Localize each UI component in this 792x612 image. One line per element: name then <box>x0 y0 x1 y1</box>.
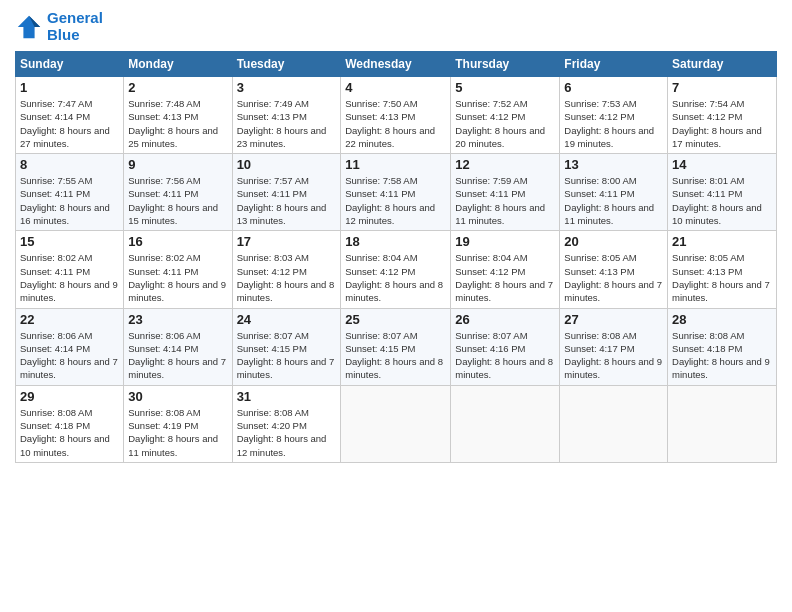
daylight-label: Daylight: 8 hours and 11 minutes. <box>564 202 654 226</box>
calendar-day-cell: 18 Sunrise: 8:04 AM Sunset: 4:12 PM Dayl… <box>341 231 451 308</box>
day-info: Sunrise: 7:58 AM Sunset: 4:11 PM Dayligh… <box>345 174 446 227</box>
sunset-label: Sunset: 4:11 PM <box>345 188 415 199</box>
calendar-body: 1 Sunrise: 7:47 AM Sunset: 4:14 PM Dayli… <box>16 77 777 463</box>
sunset-label: Sunset: 4:16 PM <box>455 343 525 354</box>
day-number: 22 <box>20 312 119 327</box>
calendar-day-cell: 26 Sunrise: 8:07 AM Sunset: 4:16 PM Dayl… <box>451 308 560 385</box>
daylight-label: Daylight: 8 hours and 20 minutes. <box>455 125 545 149</box>
day-number: 18 <box>345 234 446 249</box>
sunrise-label: Sunrise: 7:54 AM <box>672 98 744 109</box>
weekday-header-cell: Saturday <box>668 52 777 77</box>
calendar-day-cell: 9 Sunrise: 7:56 AM Sunset: 4:11 PM Dayli… <box>124 154 232 231</box>
sunset-label: Sunset: 4:12 PM <box>672 111 742 122</box>
day-info: Sunrise: 7:47 AM Sunset: 4:14 PM Dayligh… <box>20 97 119 150</box>
sunset-label: Sunset: 4:12 PM <box>455 266 525 277</box>
calendar-day-cell: 4 Sunrise: 7:50 AM Sunset: 4:13 PM Dayli… <box>341 77 451 154</box>
day-number: 6 <box>564 80 663 95</box>
sunset-label: Sunset: 4:13 PM <box>564 266 634 277</box>
calendar-day-cell: 15 Sunrise: 8:02 AM Sunset: 4:11 PM Dayl… <box>16 231 124 308</box>
sunset-label: Sunset: 4:12 PM <box>455 111 525 122</box>
day-info: Sunrise: 8:02 AM Sunset: 4:11 PM Dayligh… <box>128 251 227 304</box>
calendar-day-cell: 30 Sunrise: 8:08 AM Sunset: 4:19 PM Dayl… <box>124 385 232 462</box>
day-info: Sunrise: 7:59 AM Sunset: 4:11 PM Dayligh… <box>455 174 555 227</box>
sunrise-label: Sunrise: 8:07 AM <box>455 330 527 341</box>
sunrise-label: Sunrise: 8:00 AM <box>564 175 636 186</box>
daylight-label: Daylight: 8 hours and 9 minutes. <box>20 279 118 303</box>
daylight-label: Daylight: 8 hours and 12 minutes. <box>237 433 327 457</box>
calendar-day-cell: 2 Sunrise: 7:48 AM Sunset: 4:13 PM Dayli… <box>124 77 232 154</box>
day-number: 19 <box>455 234 555 249</box>
sunset-label: Sunset: 4:14 PM <box>20 111 90 122</box>
day-number: 7 <box>672 80 772 95</box>
sunset-label: Sunset: 4:15 PM <box>345 343 415 354</box>
sunset-label: Sunset: 4:13 PM <box>345 111 415 122</box>
weekday-header-cell: Thursday <box>451 52 560 77</box>
sunrise-label: Sunrise: 8:02 AM <box>128 252 200 263</box>
sunset-label: Sunset: 4:12 PM <box>345 266 415 277</box>
sunrise-label: Sunrise: 7:49 AM <box>237 98 309 109</box>
day-info: Sunrise: 8:08 AM Sunset: 4:20 PM Dayligh… <box>237 406 337 459</box>
daylight-label: Daylight: 8 hours and 7 minutes. <box>455 279 553 303</box>
sunset-label: Sunset: 4:13 PM <box>128 111 198 122</box>
day-number: 13 <box>564 157 663 172</box>
calendar-day-cell: 11 Sunrise: 7:58 AM Sunset: 4:11 PM Dayl… <box>341 154 451 231</box>
sunrise-label: Sunrise: 7:48 AM <box>128 98 200 109</box>
weekday-header-row: SundayMondayTuesdayWednesdayThursdayFrid… <box>16 52 777 77</box>
day-info: Sunrise: 8:05 AM Sunset: 4:13 PM Dayligh… <box>564 251 663 304</box>
sunset-label: Sunset: 4:18 PM <box>20 420 90 431</box>
sunset-label: Sunset: 4:11 PM <box>128 188 198 199</box>
day-number: 20 <box>564 234 663 249</box>
day-info: Sunrise: 7:57 AM Sunset: 4:11 PM Dayligh… <box>237 174 337 227</box>
day-info: Sunrise: 8:05 AM Sunset: 4:13 PM Dayligh… <box>672 251 772 304</box>
day-info: Sunrise: 8:08 AM Sunset: 4:17 PM Dayligh… <box>564 329 663 382</box>
day-info: Sunrise: 8:06 AM Sunset: 4:14 PM Dayligh… <box>20 329 119 382</box>
sunset-label: Sunset: 4:12 PM <box>237 266 307 277</box>
calendar-day-cell: 23 Sunrise: 8:06 AM Sunset: 4:14 PM Dayl… <box>124 308 232 385</box>
day-info: Sunrise: 8:06 AM Sunset: 4:14 PM Dayligh… <box>128 329 227 382</box>
day-number: 4 <box>345 80 446 95</box>
day-number: 9 <box>128 157 227 172</box>
day-number: 8 <box>20 157 119 172</box>
sunset-label: Sunset: 4:11 PM <box>672 188 742 199</box>
daylight-label: Daylight: 8 hours and 10 minutes. <box>672 202 762 226</box>
sunrise-label: Sunrise: 8:08 AM <box>564 330 636 341</box>
daylight-label: Daylight: 8 hours and 7 minutes. <box>237 356 335 380</box>
daylight-label: Daylight: 8 hours and 8 minutes. <box>345 279 443 303</box>
sunrise-label: Sunrise: 8:04 AM <box>455 252 527 263</box>
weekday-header-cell: Tuesday <box>232 52 341 77</box>
day-info: Sunrise: 7:50 AM Sunset: 4:13 PM Dayligh… <box>345 97 446 150</box>
daylight-label: Daylight: 8 hours and 11 minutes. <box>128 433 218 457</box>
calendar-day-cell: 20 Sunrise: 8:05 AM Sunset: 4:13 PM Dayl… <box>560 231 668 308</box>
calendar-day-cell: 1 Sunrise: 7:47 AM Sunset: 4:14 PM Dayli… <box>16 77 124 154</box>
day-number: 30 <box>128 389 227 404</box>
day-number: 5 <box>455 80 555 95</box>
day-number: 1 <box>20 80 119 95</box>
logo: General Blue <box>15 10 103 43</box>
calendar-week-row: 8 Sunrise: 7:55 AM Sunset: 4:11 PM Dayli… <box>16 154 777 231</box>
calendar-day-cell: 29 Sunrise: 8:08 AM Sunset: 4:18 PM Dayl… <box>16 385 124 462</box>
sunset-label: Sunset: 4:11 PM <box>237 188 307 199</box>
calendar-day-cell: 13 Sunrise: 8:00 AM Sunset: 4:11 PM Dayl… <box>560 154 668 231</box>
daylight-label: Daylight: 8 hours and 13 minutes. <box>237 202 327 226</box>
calendar-day-cell: 10 Sunrise: 7:57 AM Sunset: 4:11 PM Dayl… <box>232 154 341 231</box>
sunrise-label: Sunrise: 7:56 AM <box>128 175 200 186</box>
sunrise-label: Sunrise: 8:07 AM <box>237 330 309 341</box>
day-info: Sunrise: 8:07 AM Sunset: 4:15 PM Dayligh… <box>237 329 337 382</box>
calendar-week-row: 1 Sunrise: 7:47 AM Sunset: 4:14 PM Dayli… <box>16 77 777 154</box>
daylight-label: Daylight: 8 hours and 27 minutes. <box>20 125 110 149</box>
calendar-day-cell: 7 Sunrise: 7:54 AM Sunset: 4:12 PM Dayli… <box>668 77 777 154</box>
daylight-label: Daylight: 8 hours and 22 minutes. <box>345 125 435 149</box>
day-number: 26 <box>455 312 555 327</box>
calendar-week-row: 22 Sunrise: 8:06 AM Sunset: 4:14 PM Dayl… <box>16 308 777 385</box>
calendar-day-cell: 28 Sunrise: 8:08 AM Sunset: 4:18 PM Dayl… <box>668 308 777 385</box>
calendar-day-cell <box>451 385 560 462</box>
sunset-label: Sunset: 4:13 PM <box>672 266 742 277</box>
calendar-week-row: 29 Sunrise: 8:08 AM Sunset: 4:18 PM Dayl… <box>16 385 777 462</box>
sunrise-label: Sunrise: 8:02 AM <box>20 252 92 263</box>
daylight-label: Daylight: 8 hours and 17 minutes. <box>672 125 762 149</box>
calendar-week-row: 15 Sunrise: 8:02 AM Sunset: 4:11 PM Dayl… <box>16 231 777 308</box>
day-info: Sunrise: 7:55 AM Sunset: 4:11 PM Dayligh… <box>20 174 119 227</box>
daylight-label: Daylight: 8 hours and 11 minutes. <box>455 202 545 226</box>
day-info: Sunrise: 8:07 AM Sunset: 4:16 PM Dayligh… <box>455 329 555 382</box>
day-info: Sunrise: 7:48 AM Sunset: 4:13 PM Dayligh… <box>128 97 227 150</box>
